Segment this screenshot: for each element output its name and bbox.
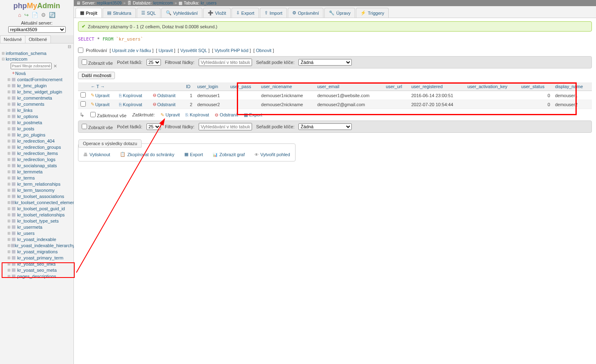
expand-icon[interactable]: ⊞ (7, 151, 11, 155)
new-table-item[interactable]: Nová (7, 70, 73, 76)
server-select[interactable]: replikant3509 (8, 26, 66, 33)
table-item-kr_redirection_items[interactable]: ⊞ kr_redirection_items (7, 150, 73, 156)
table-item-kr_toolset_type_sets[interactable]: ⊞ kr_toolset_type_sets (7, 218, 73, 224)
expand-icon[interactable]: ⊞ (7, 268, 11, 272)
tab-vyhledávání[interactable]: 🔍Vyhledávání (161, 8, 202, 18)
table-item-kr_yoast_primary_term[interactable]: ⊞ kr_yoast_primary_term (7, 255, 73, 261)
refresh-link[interactable]: Obnovit (256, 48, 271, 53)
table-item-kr_bmc_plugin[interactable]: ⊞ kr_bmc_plugin (7, 82, 73, 89)
table-filter-input[interactable] (11, 63, 52, 69)
table-item-kr_comments[interactable]: ⊞ kr_comments (7, 101, 73, 107)
settings-icon[interactable] (41, 12, 46, 18)
show-all-checkbox-bottom[interactable] (82, 124, 87, 129)
home-icon[interactable] (18, 12, 21, 18)
table-item-kr_po_plugins[interactable]: ⊞ kr_po_plugins (7, 132, 73, 138)
create-view-link[interactable]: Vytvořit pohled (254, 152, 290, 157)
edit-link[interactable]: Upravit (158, 48, 173, 53)
col-user-nicename[interactable]: user_nicename (259, 82, 315, 91)
tab-projít[interactable]: ▦Projít (76, 8, 102, 18)
expand-icon[interactable]: ⊞ (7, 207, 11, 211)
col-user-activation-key[interactable]: user_activation_key (465, 82, 519, 91)
expand-icon[interactable]: ⊞ (7, 145, 11, 149)
table-item-kr_socialsnap_stats[interactable]: ⊞ kr_socialsnap_stats (7, 162, 73, 168)
expand-icon[interactable]: ⊞ (7, 133, 11, 137)
php-link[interactable]: Vytvořit PHP kód (215, 48, 249, 53)
reload-icon[interactable]: 🔄 (49, 12, 55, 18)
col-id[interactable]: ID (183, 82, 195, 91)
expand-icon[interactable]: ⊞ (7, 77, 11, 82)
table-item-kr_postmeta[interactable]: ⊞ kr_postmeta (7, 119, 73, 125)
table-item-kr_yoast_seo_meta[interactable]: ⊞ kr_yoast_seo_meta (7, 267, 73, 273)
tab-export[interactable]: ⇩Export (232, 8, 259, 18)
sort-select-bottom[interactable]: Žádná (298, 123, 352, 130)
profiling-checkbox[interactable] (78, 48, 83, 53)
tab-vložit[interactable]: ➕Vložit (203, 8, 231, 18)
table-item-kr_redirection_groups[interactable]: ⊞ kr_redirection_groups (7, 144, 73, 150)
tab-triggery[interactable]: ⚡Triggery (356, 8, 389, 18)
logo[interactable]: phpMyAdmin (0, 0, 73, 11)
expand-icon[interactable]: ⊞ (7, 262, 11, 266)
row-checkbox[interactable] (80, 101, 86, 107)
col-user-email[interactable]: user_email (315, 82, 383, 91)
clear-filter-icon[interactable]: ✕ (53, 64, 57, 69)
table-item-kr_yoast_indexable[interactable]: ⊞ kr_yoast_indexable (7, 236, 73, 242)
filter-input[interactable] (199, 59, 252, 66)
row-copy[interactable]: Kopírovat (119, 102, 142, 107)
expand-icon[interactable]: ⊞ (7, 96, 11, 100)
tab-import[interactable]: ⇧Import (260, 8, 287, 18)
bulk-export[interactable]: ▦ Export (244, 112, 262, 118)
expand-icon[interactable]: ⊞ (7, 108, 11, 112)
col-display-name[interactable]: display_name (552, 82, 592, 91)
expand-icon[interactable]: ⊞ (7, 127, 11, 131)
col-user-status[interactable]: user_status (519, 82, 553, 91)
table-item-kr_users[interactable]: ⊞ kr_users (7, 230, 73, 236)
breadcrumb-db[interactable]: krcmiccom (153, 1, 173, 5)
expand-icon[interactable]: ⊞ (7, 237, 11, 241)
expand-icon[interactable]: ⊞ (7, 194, 11, 198)
table-item-kr_terms[interactable]: ⊞ kr_terms (7, 175, 73, 181)
table-item-kr_commentmeta[interactable]: ⊞ kr_commentmeta (7, 95, 73, 101)
expand-icon[interactable]: ⊞ (7, 176, 11, 180)
row-delete[interactable]: Odstranit (153, 93, 176, 98)
table-item-kr_toolset_associations[interactable]: ⊞ kr_toolset_associations (7, 193, 73, 199)
expand-icon[interactable]: ⊞ (7, 170, 11, 174)
table-item-kr_toolset_connected_elements[interactable]: ⊞ kr_toolset_connected_elements (7, 199, 73, 205)
bulk-delete[interactable]: Odstranit (215, 112, 238, 118)
edit-inline-link[interactable]: Upravit zde v řádku (112, 48, 151, 53)
expand-icon[interactable]: ⊞ (7, 157, 11, 162)
table-item-kr_posts[interactable]: ⊞ kr_posts (7, 125, 73, 132)
expand-icon[interactable]: ⊞ (7, 114, 11, 118)
table-item-pages_descriptions[interactable]: ⊞ pages_descriptions (7, 273, 73, 279)
more-options-button[interactable]: Další možnosti (78, 72, 115, 79)
breadcrumb-server[interactable]: replikant3509 (97, 1, 121, 5)
collapse-tree-button[interactable]: ⊟ (0, 43, 73, 50)
col-user-login[interactable]: user_login (195, 82, 228, 91)
collapse-icon[interactable]: ⊟ (2, 57, 6, 61)
filter-input-bottom[interactable] (199, 123, 252, 130)
row-checkbox[interactable] (80, 92, 86, 98)
expand-icon[interactable]: ⊞ (7, 256, 11, 260)
print-link[interactable]: Vytisknout (83, 152, 110, 157)
tab-sql[interactable]: ☰SQL (137, 8, 160, 18)
table-item-kr_options[interactable]: ⊞ kr_options (7, 113, 73, 119)
col-user-registered[interactable]: user_registered (409, 82, 465, 91)
col-user-url[interactable]: user_url (383, 82, 409, 91)
expand-icon[interactable]: ⊞ (7, 200, 11, 205)
bulk-copy[interactable]: Kopírovat (186, 112, 209, 117)
table-item-kr_redirection_404[interactable]: ⊞ kr_redirection_404 (7, 138, 73, 144)
expand-icon[interactable]: ⊞ (7, 139, 11, 143)
expand-icon[interactable]: ⊞ (7, 274, 11, 278)
sort-select[interactable]: Žádná (298, 59, 352, 66)
clipboard-link[interactable]: 📋 Zkopírovat do schránky (120, 152, 174, 157)
expand-icon[interactable]: ⊞ (7, 219, 11, 223)
explain-link[interactable]: Vysvětlit SQL (180, 48, 207, 53)
expand-icon[interactable]: ⊞ (7, 121, 11, 125)
table-item-kr_term_relationships[interactable]: ⊞ kr_term_relationships (7, 181, 73, 187)
table-item-kr_yoast_indexable_hierarchy[interactable]: ⊞ kr_yoast_indexable_hierarchy (7, 242, 73, 248)
table-item-kr_yoast_seo_links[interactable]: ⊞ kr_yoast_seo_links (7, 261, 73, 267)
chart-link[interactable]: Zobrazit graf (213, 152, 245, 157)
row-copy[interactable]: Kopírovat (119, 93, 142, 98)
table-item-kr_toolset_post_guid_id[interactable]: ⊞ kr_toolset_post_guid_id (7, 205, 73, 212)
expand-icon[interactable]: ⊞ (7, 90, 11, 94)
table-item-kr_redirection_logs[interactable]: ⊞ kr_redirection_logs (7, 156, 73, 162)
